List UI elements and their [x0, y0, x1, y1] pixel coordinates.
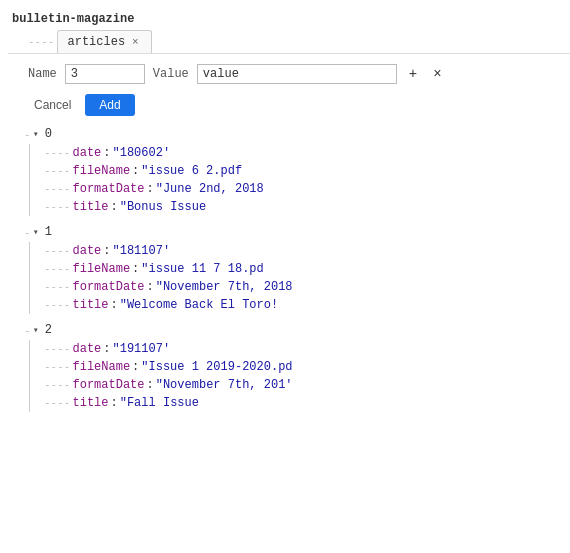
- root-label: bulletin-magazine: [8, 8, 570, 30]
- node-0-key: 0: [45, 127, 52, 141]
- node-0-connector: -: [24, 128, 31, 141]
- tab-close-icon[interactable]: ×: [130, 36, 141, 48]
- leaf-key-date-1: date: [73, 244, 102, 258]
- name-label: Name: [28, 67, 57, 81]
- node-0-field-date: ---- date : "180602': [44, 144, 570, 162]
- leaf-key-formatdate-1: formatDate: [73, 280, 145, 294]
- name-value-row: Name Value + ×: [8, 60, 570, 88]
- tree-node-1: - ▾ 1 ---- date : "181107' ---- fileName…: [24, 222, 570, 314]
- leaf-value-formatdate-2: "November 7th, 201': [156, 378, 293, 392]
- leaf-value-title-0: "Bonus Issue: [120, 200, 206, 214]
- node-1-field-date: ---- date : "181107': [44, 242, 570, 260]
- node-2-header[interactable]: - ▾ 2: [24, 320, 570, 340]
- node-2-key: 2: [45, 323, 52, 337]
- node-1-key: 1: [45, 225, 52, 239]
- node-1-header[interactable]: - ▾ 1: [24, 222, 570, 242]
- node-0-children: ---- date : "180602' ---- fileName : "is…: [29, 144, 570, 216]
- leaf-key-filename-2: fileName: [73, 360, 131, 374]
- value-label: Value: [153, 67, 189, 81]
- tab-row: ---- articles ×: [8, 30, 570, 54]
- leaf-value-date-1: "181107': [113, 244, 171, 258]
- leaf-value-filename-2: "Issue 1 2019-2020.pd: [141, 360, 292, 374]
- node-1-field-filename: ---- fileName : "issue 11 7 18.pd: [44, 260, 570, 278]
- leaf-key-filename-0: fileName: [73, 164, 131, 178]
- leaf-value-filename-0: "issue 6 2.pdf: [141, 164, 242, 178]
- leaf-key-filename-1: fileName: [73, 262, 131, 276]
- tree-node-0: - ▾ 0 ---- date : "180602' ---- fileName…: [24, 124, 570, 216]
- tab-connector: ----: [28, 35, 55, 48]
- node-0-field-formatdate: ---- formatDate : "June 2nd, 2018: [44, 180, 570, 198]
- leaf-value-title-1: "Welcome Back El Toro!: [120, 298, 278, 312]
- node-2-collapse-icon[interactable]: ▾: [33, 324, 45, 336]
- close-icon[interactable]: ×: [429, 66, 445, 82]
- leaf-key-title-1: title: [73, 298, 109, 312]
- node-0-field-title: ---- title : "Bonus Issue: [44, 198, 570, 216]
- tree-node-2: - ▾ 2 ---- date : "191107' ---- fileName…: [24, 320, 570, 412]
- node-2-field-formatdate: ---- formatDate : "November 7th, 201': [44, 376, 570, 394]
- leaf-value-formatdate-0: "June 2nd, 2018: [156, 182, 264, 196]
- node-2-field-date: ---- date : "191107': [44, 340, 570, 358]
- name-input[interactable]: [65, 64, 145, 84]
- tab-label: articles: [68, 35, 126, 49]
- node-0-header[interactable]: - ▾ 0: [24, 124, 570, 144]
- leaf-key-title-2: title: [73, 396, 109, 410]
- node-1-connector: -: [24, 226, 31, 239]
- node-2-field-filename: ---- fileName : "Issue 1 2019-2020.pd: [44, 358, 570, 376]
- tree-root: bulletin-magazine ---- articles × Name V…: [0, 0, 570, 412]
- node-2-field-title: ---- title : "Fall Issue: [44, 394, 570, 412]
- leaf-value-formatdate-1: "November 7th, 2018: [156, 280, 293, 294]
- leaf-key-title-0: title: [73, 200, 109, 214]
- node-1-field-formatdate: ---- formatDate : "November 7th, 2018: [44, 278, 570, 296]
- value-input[interactable]: [197, 64, 397, 84]
- action-row: Cancel Add: [8, 90, 570, 124]
- node-1-collapse-icon[interactable]: ▾: [33, 226, 45, 238]
- leaf-key-date-2: date: [73, 342, 102, 356]
- leaf-value-date-0: "180602': [113, 146, 171, 160]
- leaf-value-date-2: "191107': [113, 342, 171, 356]
- articles-tab[interactable]: articles ×: [57, 30, 152, 53]
- leaf-key-date-0: date: [73, 146, 102, 160]
- leaf-value-filename-1: "issue 11 7 18.pd: [141, 262, 263, 276]
- node-2-connector: -: [24, 324, 31, 337]
- node-0-field-filename: ---- fileName : "issue 6 2.pdf: [44, 162, 570, 180]
- node-0-collapse-icon[interactable]: ▾: [33, 128, 45, 140]
- cancel-button[interactable]: Cancel: [28, 95, 77, 115]
- tree-container: - ▾ 0 ---- date : "180602' ---- fileName…: [8, 124, 570, 412]
- node-2-children: ---- date : "191107' ---- fileName : "Is…: [29, 340, 570, 412]
- leaf-key-formatdate-0: formatDate: [73, 182, 145, 196]
- leaf-value-title-2: "Fall Issue: [120, 396, 199, 410]
- leaf-key-formatdate-2: formatDate: [73, 378, 145, 392]
- add-button[interactable]: Add: [85, 94, 134, 116]
- plus-icon[interactable]: +: [405, 66, 421, 82]
- node-1-field-title: ---- title : "Welcome Back El Toro!: [44, 296, 570, 314]
- node-1-children: ---- date : "181107' ---- fileName : "is…: [29, 242, 570, 314]
